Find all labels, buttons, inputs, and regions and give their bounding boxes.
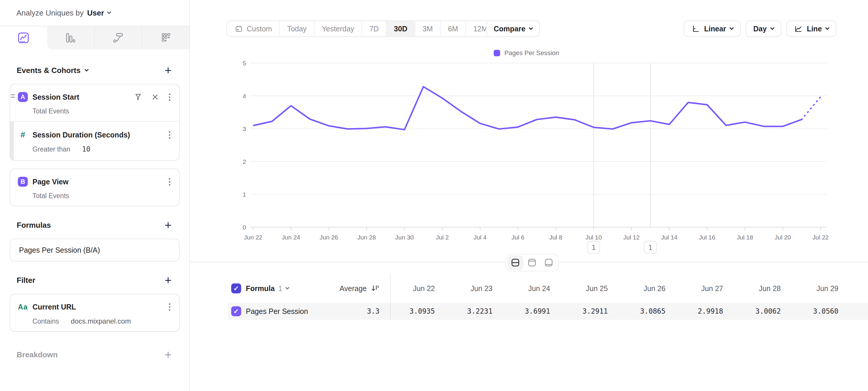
property-title[interactable]: Session Duration (Seconds) <box>32 131 130 139</box>
layout-chart-only-button[interactable] <box>524 255 540 270</box>
table-date-header[interactable]: Jun 23 <box>448 274 506 303</box>
range-30d[interactable]: 30D <box>386 21 415 36</box>
formula-input[interactable]: Pages Per Session (B/A) <box>10 239 180 261</box>
more-options-icon[interactable] <box>168 302 172 312</box>
property-operator[interactable]: Greater than <box>32 145 70 153</box>
filter-property-title[interactable]: Current URL <box>32 303 76 311</box>
add-filter-button[interactable]: + <box>165 274 172 286</box>
more-options-icon[interactable] <box>168 92 172 102</box>
svg-text:Jul 2: Jul 2 <box>436 234 448 241</box>
event-a-aggregation[interactable]: Total Events <box>32 107 172 115</box>
range-3m[interactable]: 3M <box>415 21 440 36</box>
formula-group-dropdown[interactable]: Formula 1 <box>246 284 289 293</box>
series-visible-checkbox[interactable]: ✓ <box>231 306 241 316</box>
event-b-title[interactable]: Page View <box>32 178 68 186</box>
compare-button[interactable]: Compare <box>486 21 540 37</box>
average-label: Average <box>339 284 367 293</box>
tab-flows[interactable] <box>94 26 142 49</box>
range-custom[interactable]: Custom <box>227 21 279 36</box>
series-line-projected[interactable] <box>802 97 820 119</box>
filter-value[interactable]: docs.mixpanel.com <box>71 317 131 325</box>
range-yesterday[interactable]: Yesterday <box>314 21 362 36</box>
line-chart-icon <box>17 31 30 44</box>
chevron-down-icon <box>285 285 289 289</box>
table-date-header[interactable]: Jun 26 <box>621 274 679 303</box>
svg-text:Jun 22: Jun 22 <box>244 234 262 241</box>
chevron-down-icon <box>529 26 533 30</box>
add-formula-button[interactable]: + <box>165 219 172 231</box>
table-date-header[interactable]: Jun 25 <box>564 274 621 303</box>
nesting-gutter <box>10 122 14 160</box>
event-a-title[interactable]: Session Start <box>32 93 79 102</box>
table-date-header[interactable]: Jun 27 <box>679 274 737 303</box>
analyze-by-dropdown[interactable]: User <box>87 8 104 18</box>
table-date-header[interactable]: Jun 28 <box>737 274 794 303</box>
svg-text:4: 4 <box>243 93 246 100</box>
filter-operator[interactable]: Contains <box>32 317 59 325</box>
range-label: 7D <box>369 25 379 33</box>
tab-insights[interactable] <box>0 26 47 49</box>
events-cohorts-header: Events & Cohorts + <box>10 64 180 76</box>
insights-report-page: Analyze Uniques by User <box>0 0 868 391</box>
filter-funnel-icon[interactable] <box>134 93 143 102</box>
series-line-solid[interactable] <box>253 87 802 130</box>
filter-main[interactable]: Aa Current URL Contains docs.mixpanel.co… <box>10 294 179 331</box>
svg-text:Jul 20: Jul 20 <box>775 234 791 241</box>
table-only-view-icon <box>544 257 554 268</box>
report-type-tabbar <box>0 26 189 49</box>
table-value-cell: 3.0865 <box>621 303 679 320</box>
range-7d[interactable]: 7D <box>362 21 386 36</box>
range-label: 3M <box>423 25 433 33</box>
svg-text:Jul 4: Jul 4 <box>473 234 487 241</box>
event-badge-b: B <box>18 177 28 187</box>
range-today[interactable]: Today <box>279 21 314 36</box>
event-b-main[interactable]: B Page View Total Events <box>10 169 179 206</box>
svg-text:Jul 22: Jul 22 <box>812 234 829 241</box>
split-view-icon <box>510 257 521 268</box>
event-card-b: B Page View Total Events <box>10 169 180 206</box>
add-event-button[interactable]: + <box>165 64 172 76</box>
range-6m[interactable]: 6M <box>440 21 466 36</box>
more-options-icon[interactable] <box>168 130 172 140</box>
events-cohorts-label: Events & Cohorts <box>17 66 81 75</box>
drag-handle-icon[interactable] <box>11 94 15 97</box>
line-chart[interactable]: 012345Jun 22Jun 24Jun 26Jun 28Jun 30Jul … <box>190 41 868 258</box>
formulas-title: Formulas <box>17 221 51 230</box>
svg-text:Jun 30: Jun 30 <box>395 234 414 241</box>
breakdown-title: Breakdown <box>17 350 58 359</box>
tab-retention[interactable] <box>142 26 189 49</box>
table-date-header[interactable]: Jun 22 <box>391 274 448 303</box>
numeric-property-icon: # <box>18 130 28 140</box>
select-all-checkbox[interactable]: ✓ <box>231 283 241 294</box>
property-value[interactable]: 10 <box>82 145 90 153</box>
close-icon[interactable] <box>151 93 159 101</box>
table-date-header[interactable]: Jun 24 <box>506 274 564 303</box>
layout-table-only-button[interactable] <box>541 255 557 270</box>
event-b-aggregation[interactable]: Total Events <box>32 192 172 200</box>
scale-dropdown[interactable]: Linear <box>684 21 741 37</box>
chart-only-view-icon <box>527 257 537 268</box>
chart-display-controls: Linear Day Line <box>684 21 836 37</box>
more-options-icon[interactable] <box>168 177 172 187</box>
table-date-header[interactable]: Jun 29 <box>794 274 852 303</box>
event-a-main[interactable]: A Session Start Total Events <box>10 84 179 121</box>
chevron-down-icon[interactable] <box>107 10 111 14</box>
layout-split-button[interactable] <box>507 255 523 270</box>
layout-toggle-group <box>505 254 559 272</box>
tab-funnels[interactable] <box>47 26 94 49</box>
chart-svg[interactable]: 012345Jun 22Jun 24Jun 26Jun 28Jun 30Jul … <box>190 41 868 258</box>
series-name: Pages Per Session <box>246 307 308 316</box>
filter-header: Filter + <box>10 274 180 286</box>
chart-type-dropdown[interactable]: Line <box>786 21 836 37</box>
date-range-control: CustomTodayYesterday7D30D3M6M12M <box>226 21 495 37</box>
query-builder-sidebar: Analyze Uniques by User <box>0 0 190 391</box>
event-a-property-filter[interactable]: # Session Duration (Seconds) Greater tha… <box>10 121 179 160</box>
range-label: Yesterday <box>322 25 354 33</box>
add-breakdown-button[interactable]: + <box>165 349 172 361</box>
events-cohorts-title[interactable]: Events & Cohorts <box>17 66 88 75</box>
series-average-value: 3.3 <box>367 307 379 315</box>
average-sort-header[interactable]: Average <box>339 284 379 293</box>
table-row[interactable]: ✓ Pages Per Session 3.3 3.09353.22313.69… <box>228 303 868 320</box>
interval-dropdown[interactable]: Day <box>746 21 781 37</box>
svg-text:2: 2 <box>243 158 246 165</box>
